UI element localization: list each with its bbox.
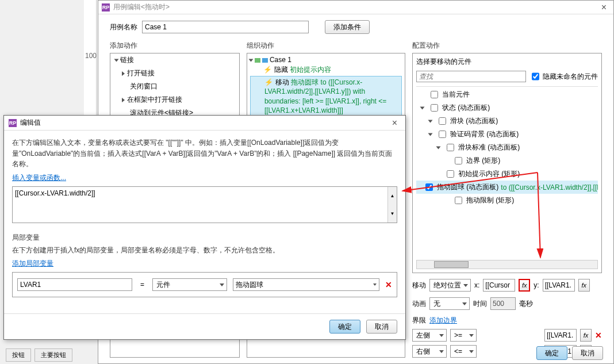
- boundary-row-1: 左侧 >= fx ✕: [412, 329, 602, 342]
- move-type-select[interactable]: 绝对位置: [429, 279, 471, 292]
- lv-name-input[interactable]: [17, 278, 132, 291]
- widget-tree-item[interactable]: 状态 (动态面板): [416, 101, 598, 114]
- widget-tree[interactable]: 当前元件状态 (动态面板)滑块 (动态面板)验证码背景 (动态面板)滑块标准 (…: [416, 86, 598, 258]
- hide-unnamed-checkbox[interactable]: [532, 71, 539, 82]
- dialog-close-icon[interactable]: ×: [389, 118, 401, 128]
- widget-checkbox[interactable]: [439, 131, 446, 138]
- case-node[interactable]: Case 1: [250, 56, 402, 64]
- widget-tree-item[interactable]: 边界 (矩形): [416, 154, 598, 167]
- ruler: 100: [84, 0, 97, 115]
- local-var-header: 局部变量: [12, 233, 397, 243]
- expression-input[interactable]: [12, 186, 397, 223]
- dialog-ok-button[interactable]: 确定: [329, 320, 360, 334]
- b1-op-select[interactable]: >=: [450, 329, 477, 342]
- cfg-panel: 选择要移动的元件 隐藏未命名的元件 当前元件状态 (动态面板)滑块 (动态面板)…: [412, 53, 602, 273]
- b1-side-select[interactable]: 左侧: [412, 329, 447, 342]
- fx-x-button[interactable]: fx: [519, 279, 530, 292]
- lv-delete-icon[interactable]: ✕: [385, 280, 392, 289]
- dialog-cancel-button[interactable]: 取消: [366, 320, 397, 334]
- tab-primary-button[interactable]: 主要按钮: [34, 348, 72, 362]
- case-name-label: 用例名称: [110, 22, 137, 32]
- rp-icon: RP: [9, 119, 17, 127]
- insert-var-link[interactable]: 插入变量或函数...: [12, 173, 66, 183]
- widget-checkbox[interactable]: [431, 104, 438, 112]
- widget-checkbox[interactable]: [447, 144, 454, 151]
- dialog-title: 编辑值: [20, 118, 41, 128]
- search-input[interactable]: [416, 71, 526, 82]
- h-scrollbar[interactable]: [416, 260, 598, 269]
- add-action-header: 添加动作: [110, 41, 240, 51]
- lv-target-select[interactable]: 拖动圆球: [233, 278, 379, 291]
- case-name-row: 用例名称 添加条件: [110, 20, 602, 34]
- cancel-button[interactable]: 取消: [572, 346, 603, 360]
- time-input: [490, 297, 516, 310]
- b1-value-input[interactable]: [544, 329, 577, 342]
- widget-checkbox[interactable]: [455, 157, 462, 164]
- hide-unnamed-toggle[interactable]: 隐藏未命名的元件: [529, 69, 598, 84]
- widget-checkbox[interactable]: [425, 183, 433, 191]
- x-label: x:: [474, 281, 479, 289]
- tree-item[interactable]: 在框架中打开链接: [110, 93, 239, 106]
- tree-item[interactable]: 打开链接: [110, 67, 239, 80]
- anim-label: 动画: [412, 299, 426, 309]
- title-bar: RP 用例编辑<拖动时> ×: [98, 1, 613, 14]
- ok-button[interactable]: 确定: [536, 346, 567, 360]
- widget-checkbox[interactable]: [455, 197, 462, 204]
- b2-op-select[interactable]: <=: [450, 345, 477, 358]
- widget-checkbox[interactable]: [439, 117, 446, 125]
- edit-value-dialog: RP 编辑值 × 在下方编辑区输入文本，变量名称或表达式要写在 "[[""]]"…: [3, 115, 406, 340]
- widget-checkbox[interactable]: [431, 91, 438, 98]
- anim-select[interactable]: 无: [429, 297, 470, 310]
- b2-side-select[interactable]: 右侧: [412, 345, 447, 358]
- window-title: 用例编辑<拖动时>: [113, 2, 170, 12]
- case-name-input[interactable]: [142, 21, 309, 33]
- lv-type-select[interactable]: 元件: [152, 278, 227, 291]
- widget-tree-item[interactable]: 当前元件: [416, 88, 598, 101]
- move-label: 移动: [412, 281, 426, 290]
- widget-tree-item[interactable]: 滑块 (动态面板): [416, 114, 598, 128]
- b1-delete-icon[interactable]: ✕: [595, 331, 602, 340]
- dialog-title-bar: RP 编辑值 ×: [4, 116, 405, 131]
- widget-checkbox[interactable]: [447, 170, 454, 178]
- ms-label: 毫秒: [519, 299, 533, 309]
- x-input[interactable]: [483, 279, 515, 292]
- time-label: 时间: [473, 299, 487, 309]
- fx-y-button[interactable]: fx: [578, 279, 590, 292]
- tree-root-links[interactable]: 链接: [110, 53, 239, 67]
- y-label: y:: [534, 281, 539, 289]
- local-var-row: = 元件 拖动圆球 ✕: [12, 272, 397, 297]
- bottom-tabs: 按钮 主要按钮: [6, 348, 72, 362]
- tab-button[interactable]: 按钮: [6, 348, 31, 362]
- add-boundary-link[interactable]: 添加边界: [429, 316, 457, 325]
- b1-fx-button[interactable]: fx: [580, 329, 592, 342]
- org-action-header: 组织动作: [247, 41, 405, 51]
- spinner-icon[interactable]: ▲▼: [387, 187, 397, 223]
- cfg-select-label: 选择要移动的元件: [416, 57, 598, 67]
- widget-tree-item[interactable]: 滑块标准 (动态面板): [416, 141, 598, 154]
- move-config-row: 移动 绝对位置 x: fx y: fx: [412, 279, 602, 292]
- equals-label: =: [138, 281, 147, 289]
- cfg-header: 配置动作: [412, 41, 602, 51]
- rp-icon: RP: [102, 3, 110, 12]
- tree-item[interactable]: 关闭窗口: [110, 80, 239, 93]
- dialog-help-text: 在下方编辑区输入文本，变量名称或表达式要写在 "[[""]]" 中。例如：插入变…: [12, 137, 397, 170]
- local-var-desc: 在下方创建用于插入fx的局部变量，局部变量名称必须是字母、数字，不允许包含空格。: [12, 245, 397, 256]
- action-move-selected[interactable]: ⚡移动 拖动圆球 to ([[Cursor.x-LVAR1.width/2]],…: [250, 76, 402, 117]
- widget-tree-item[interactable]: 拖动限制 (矩形): [416, 194, 598, 207]
- widget-tree-item[interactable]: 验证码背景 (动态面板): [416, 128, 598, 141]
- widget-tree-item[interactable]: 拖动圆球 (动态面板) to ([[Cursor.x-LVAR1.width/2…: [416, 181, 598, 194]
- bounds-label: 界限: [412, 316, 426, 325]
- action-hide[interactable]: ⚡隐藏 初始提示内容: [250, 64, 402, 75]
- widget-tree-item[interactable]: 初始提示内容 (矩形): [416, 167, 598, 181]
- add-local-var-link[interactable]: 添加局部变量: [12, 259, 53, 269]
- close-icon[interactable]: ×: [598, 2, 610, 13]
- add-condition-button[interactable]: 添加条件: [325, 20, 370, 34]
- y-input[interactable]: [543, 279, 575, 292]
